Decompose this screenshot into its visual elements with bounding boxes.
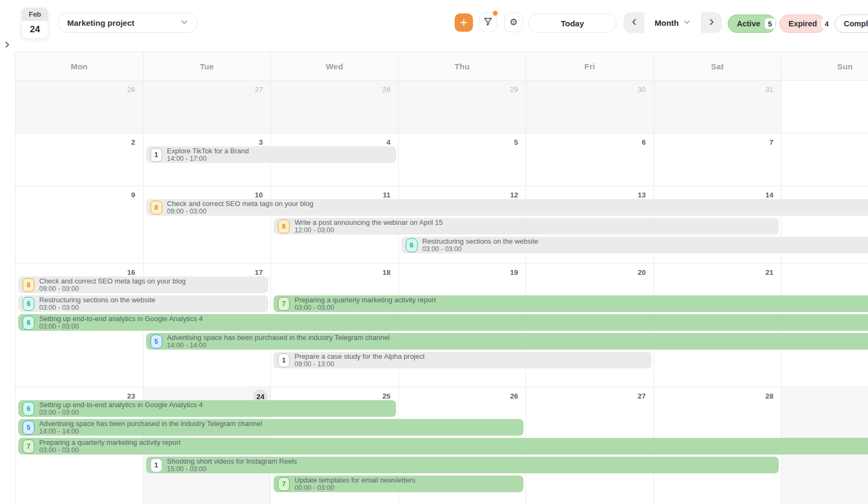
day-cell-26[interactable]: 26 — [16, 81, 144, 133]
sidebar-expand-button[interactable] — [2, 40, 12, 51]
event-bar[interactable]: 8Check and correct SEO meta tags on your… — [18, 276, 268, 293]
filter-pill-count: 4 — [821, 18, 832, 29]
day-cell-5[interactable]: 5 — [399, 133, 527, 186]
event-bar[interactable]: 1Prepare a case study for the Alpha proj… — [274, 352, 651, 368]
date-number: 20 — [637, 268, 645, 276]
event-time: 14:00 - 14:00 — [39, 428, 262, 435]
event-text: Check and correct SEO meta tags on your … — [39, 278, 185, 293]
date-number: 21 — [765, 268, 773, 276]
event-bar[interactable]: 6Restructuring sections on the website03… — [18, 295, 268, 312]
event-title: Preparing a quarterly marketing activity… — [39, 439, 181, 446]
chevron-right-icon — [708, 18, 715, 27]
day-cell-27[interactable]: 27 — [144, 81, 271, 133]
date-number: 16 — [127, 268, 135, 276]
day-cell-7[interactable]: 7 — [654, 133, 782, 186]
add-event-button[interactable]: + — [455, 13, 473, 32]
event-time: 09:00 - 03:00 — [167, 208, 313, 215]
date-number: 26 — [510, 392, 518, 400]
filter-pill-label: Active — [737, 19, 761, 28]
filter-pill-completed[interactable]: Compl — [835, 15, 868, 33]
date-number: 26 — [127, 86, 135, 94]
event-badge: 6 — [23, 316, 34, 330]
date-number: 27 — [637, 392, 645, 400]
calendar-grid: MonTueWedThuFriSatSun 262728293031234567… — [15, 52, 868, 504]
filter-pill-active[interactable]: Active 5 — [728, 15, 776, 33]
event-text: Update templates for email newsletters00… — [295, 477, 415, 492]
event-bar[interactable]: 5Advertising space has been purchased in… — [18, 419, 523, 436]
event-bar[interactable]: 6Setting up end-to-end analytics in Goog… — [18, 314, 868, 331]
chevron-left-icon — [630, 18, 638, 27]
event-time: 00:00 - 03:00 — [295, 484, 415, 492]
mini-calendar[interactable]: Feb 24 — [21, 8, 48, 39]
date-number: 10 — [255, 191, 263, 199]
event-title: Preparing a quarterly marketing activity… — [295, 296, 436, 304]
event-bar[interactable]: 8Check and correct SEO meta tags on your… — [146, 199, 868, 216]
event-badge: 1 — [278, 353, 290, 367]
event-bar[interactable]: 1Explore TikTok for a Brand14:00 - 17:00 — [146, 146, 396, 163]
funnel-icon — [483, 17, 493, 28]
day-cell[interactable] — [781, 133, 868, 186]
event-time: 14:00 - 17:00 — [167, 155, 249, 162]
event-badge: 8 — [23, 278, 34, 292]
event-time: 14:00 - 14:00 — [167, 342, 390, 349]
date-number: 28 — [765, 392, 773, 400]
event-title: Write a post announcing the webinar on A… — [295, 219, 443, 226]
event-title: Shooting short videos for Instagram Reel… — [167, 458, 297, 465]
event-bar[interactable]: 7Preparing a quarterly marketing activit… — [18, 438, 868, 455]
day-cell-9[interactable]: 9 — [16, 186, 144, 263]
date-number: 30 — [637, 86, 645, 94]
event-bar[interactable]: 8Write a post announcing the webinar on … — [274, 218, 779, 235]
day-header-wed: Wed — [271, 52, 399, 80]
event-badge: 6 — [23, 402, 34, 416]
day-cell-10[interactable]: 10 — [144, 186, 271, 263]
filter-pill-expired[interactable]: Expired 4 — [779, 15, 826, 33]
event-badge: 7 — [278, 297, 290, 311]
event-badge: 1 — [150, 148, 162, 162]
day-cell-28[interactable]: 28 — [271, 81, 399, 133]
date-number: 9 — [131, 191, 135, 199]
project-selector-value: Marketing project — [67, 18, 180, 27]
week-row: 2345671Explore TikTok for a Brand14:00 -… — [16, 133, 868, 186]
event-bar[interactable]: 7Preparing a quarterly marketing activit… — [274, 295, 868, 312]
date-number: 14 — [765, 191, 773, 199]
day-cell-6[interactable]: 6 — [526, 133, 654, 186]
chevron-down-icon — [683, 18, 691, 27]
view-mode-selector[interactable]: Month — [644, 12, 701, 33]
event-time: 12:00 - 03:00 — [295, 226, 443, 234]
today-button[interactable]: Today — [528, 13, 616, 33]
event-time: 09:00 - 13:00 — [295, 360, 425, 368]
event-title: Check and correct SEO meta tags on your … — [39, 278, 185, 285]
date-number: 25 — [382, 392, 390, 400]
next-period-button[interactable] — [701, 12, 722, 33]
day-cell-31[interactable]: 31 — [654, 81, 782, 133]
week-row: 1617181920218Check and correct SEO meta … — [16, 264, 868, 387]
day-cell-29[interactable]: 29 — [399, 81, 527, 133]
filter-pill-label: Expired — [788, 19, 817, 28]
date-number: 27 — [255, 86, 263, 94]
day-cell-2[interactable]: 2 — [16, 133, 144, 186]
date-number: 19 — [510, 268, 518, 276]
date-number: 28 — [382, 86, 390, 94]
week-row: 910111213148Check and correct SEO meta t… — [16, 186, 868, 264]
event-title: Prepare a case study for the Alpha proje… — [295, 353, 425, 360]
day-header-fri: Fri — [526, 52, 654, 80]
date-number: 18 — [382, 268, 390, 276]
prev-period-button[interactable] — [623, 12, 644, 33]
event-bar[interactable]: 6Restructuring sections on the website03… — [401, 237, 868, 253]
event-badge: 6 — [406, 238, 418, 252]
event-bar[interactable]: 7Update templates for email newsletters0… — [274, 475, 523, 492]
event-bar[interactable]: 1Shooting short videos for Instagram Ree… — [146, 457, 779, 473]
event-title: Update templates for email newsletters — [295, 477, 415, 484]
project-selector[interactable]: Marketing project — [58, 13, 198, 33]
event-bar[interactable]: 6Setting up end-to-end analytics in Goog… — [18, 400, 396, 417]
event-badge: 7 — [23, 439, 34, 453]
event-title: Explore TikTok for a Brand — [167, 147, 249, 155]
event-title: Advertising space has been purchased in … — [167, 334, 390, 342]
event-text: Write a post announcing the webinar on A… — [295, 219, 443, 234]
day-cell[interactable] — [781, 81, 868, 133]
day-cell-30[interactable]: 30 — [526, 81, 654, 133]
date-number: 11 — [383, 191, 390, 199]
settings-button[interactable]: ⚙ — [504, 12, 523, 32]
date-number: 4 — [386, 138, 391, 146]
event-bar[interactable]: 5Advertising space has been purchased in… — [146, 333, 868, 350]
